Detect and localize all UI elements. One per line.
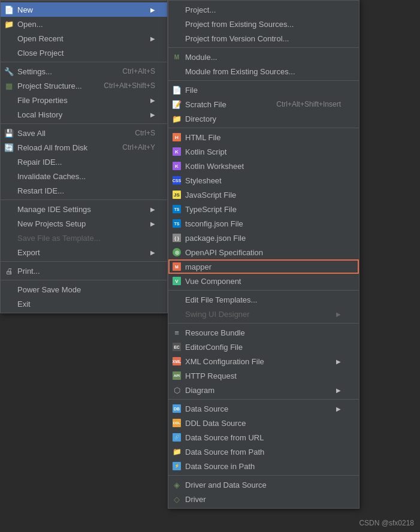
menu-item-export[interactable]: Export ▶ (1, 245, 167, 259)
menu-item-tsconfig[interactable]: TS tsconfig.json File (168, 216, 359, 231)
arrow-icon: ▶ (144, 7, 155, 13)
right-sep-3 (168, 128, 359, 128)
menu-item-kotlin-script[interactable]: K Kotlin Script (168, 144, 359, 159)
menu-item-file[interactable]: 📄 File (168, 83, 359, 97)
menu-item-directory[interactable]: 📁 Directory (168, 111, 359, 126)
separator-2 (1, 123, 167, 124)
right-sep-7 (168, 475, 359, 476)
package-json-icon: { } (172, 233, 182, 243)
menu-item-data-source-url[interactable]: 🔗 Data Source from URL (168, 430, 359, 445)
menu-item-http-request[interactable]: API HTTP Request (168, 368, 359, 383)
data-source-icon: DB (172, 404, 182, 413)
openapi-icon: ◎ (172, 247, 182, 257)
vue-icon: V (172, 276, 182, 286)
menu-item-project-vcs[interactable]: Project from Version Control... (168, 31, 359, 46)
resource-icon: ≡ (172, 328, 182, 337)
tsconfig-icon: TS (172, 219, 182, 228)
right-sep-5 (168, 323, 359, 324)
menu-item-resource-bundle[interactable]: ≡ Resource Bundle (168, 325, 359, 340)
menu-item-save-all[interactable]: 💾 Save All Ctrl+S (1, 126, 167, 140)
menu-item-ddl-source[interactable]: DDL DDL Data Source (168, 416, 359, 430)
menu-item-new[interactable]: 📄 New ▶ (1, 2, 167, 17)
menu-item-edit-templates[interactable]: Edit File Templates... (168, 292, 359, 307)
menu-item-power-save[interactable]: Power Save Mode (1, 282, 167, 297)
menu-item-file-properties[interactable]: File Properties ▶ (1, 93, 167, 107)
module-icon: M (172, 52, 182, 62)
wrench-icon: 🔧 (4, 66, 14, 76)
menu-item-local-history[interactable]: Local History ▶ (1, 107, 167, 122)
menu-item-exit[interactable]: Exit (1, 297, 167, 311)
menu-item-driver[interactable]: ◇ Driver (168, 492, 359, 506)
menu-item-vue[interactable]: V Vue Component (168, 274, 359, 288)
file-icon: 📄 (172, 85, 182, 95)
js-icon: JS (172, 190, 182, 200)
menu-item-driver-data-source[interactable]: ◈ Driver and Data Source (168, 477, 359, 492)
print-icon: 🖨 (4, 266, 14, 276)
menu-item-reload[interactable]: 🔄 Reload All from Disk Ctrl+Alt+Y (1, 140, 167, 155)
menu-item-repair[interactable]: Repair IDE... (1, 155, 167, 169)
menu-item-kotlin-worksheet[interactable]: K Kotlin Worksheet (168, 159, 359, 173)
menu-item-module-existing[interactable]: Module from Existing Sources... (168, 64, 359, 78)
right-sep-4 (168, 290, 359, 291)
db-url-icon: 🔗 (172, 433, 182, 442)
separator-5 (1, 280, 167, 280)
structure-icon: ▦ (4, 81, 14, 90)
menu-item-data-source-in-path[interactable]: ⚡ Data Source in Path (168, 459, 359, 473)
left-menu: 📄 New ▶ 📁 Open... Open Recent ▶ Close Pr… (0, 0, 168, 313)
file-props-arrow: ▶ (144, 97, 155, 104)
watermark: CSDN @sfx0218 (359, 519, 414, 527)
editorconfig-icon: EC (172, 342, 182, 352)
scratch-icon: 📝 (172, 99, 182, 109)
data-source-arrow: ▶ (330, 406, 341, 412)
menu-item-project[interactable]: Project... (168, 2, 359, 17)
menu-item-project-structure[interactable]: ▦ Project Structure... Ctrl+Alt+Shift+S (1, 78, 167, 93)
menu-item-editorconfig[interactable]: EC EditorConfig File (168, 340, 359, 354)
menu-item-javascript[interactable]: JS JavaScript File (168, 188, 359, 202)
swing-arrow: ▶ (330, 311, 341, 318)
menu-item-print[interactable]: 🖨 Print... (1, 264, 167, 278)
menu-item-openapi[interactable]: ◎ OpenAPI Specification (168, 245, 359, 259)
xml-arrow: ▶ (330, 358, 341, 365)
menu-item-restart[interactable]: Restart IDE... (1, 183, 167, 198)
css-icon: CSS (172, 176, 182, 185)
menu-item-close-project[interactable]: Close Project (1, 46, 167, 60)
manage-settings-arrow: ▶ (144, 206, 155, 213)
driver-ds-icon: ◈ (172, 480, 182, 489)
kotlin-script-icon: K (172, 147, 182, 156)
menu-item-open-recent[interactable]: Open Recent ▶ (1, 31, 167, 46)
separator-4 (1, 261, 167, 262)
menu-container: 📄 New ▶ 📁 Open... Open Recent ▶ Close Pr… (0, 0, 359, 509)
menu-item-project-existing[interactable]: Project from Existing Sources... (168, 17, 359, 31)
menu-item-data-source[interactable]: DB Data Source ▶ (168, 401, 359, 416)
kotlin-worksheet-icon: K (172, 161, 182, 171)
menu-item-mapper[interactable]: M mapper (168, 259, 359, 274)
menu-item-diagram[interactable]: ⬡ Diagram ▶ (168, 383, 359, 397)
menu-item-save-template: Save File as Template... (1, 231, 167, 245)
menu-item-html[interactable]: H HTML File (168, 130, 359, 144)
menu-item-settings[interactable]: 🔧 Settings... Ctrl+Alt+S (1, 64, 167, 78)
http-icon: API (172, 371, 182, 380)
menu-item-module[interactable]: M Module... (168, 50, 359, 64)
mapper-icon: M (172, 262, 182, 271)
menu-item-typescript[interactable]: TS TypeScript File (168, 202, 359, 216)
right-sep-2 (168, 80, 359, 81)
open-recent-arrow: ▶ (144, 35, 155, 42)
menu-item-xml-config[interactable]: XML XML Configuration File ▶ (168, 354, 359, 368)
menu-item-stylesheet[interactable]: CSS Stylesheet (168, 173, 359, 188)
menu-item-scratch[interactable]: 📝 Scratch File Ctrl+Alt+Shift+Insert (168, 97, 359, 111)
menu-item-manage-settings[interactable]: Manage IDE Settings ▶ (1, 202, 167, 216)
menu-item-package-json[interactable]: { } package.json File (168, 231, 359, 245)
db-path-icon: 📁 (172, 447, 182, 457)
diagram-icon: ⬡ (172, 385, 182, 395)
reload-icon: 🔄 (4, 143, 14, 152)
menu-item-data-source-path[interactable]: 📁 Data Source from Path (168, 445, 359, 459)
menu-item-invalidate[interactable]: Invalidate Caches... (1, 169, 167, 183)
separator-1 (1, 62, 167, 62)
menu-item-new-projects[interactable]: New Projects Setup ▶ (1, 216, 167, 231)
export-arrow: ▶ (144, 249, 155, 256)
menu-item-swing: Swing UI Designer ▶ (168, 307, 359, 321)
ts-icon: TS (172, 204, 182, 214)
menu-item-open[interactable]: 📁 Open... (1, 17, 167, 31)
xml-icon: XML (172, 356, 182, 366)
diagram-arrow: ▶ (330, 387, 341, 394)
